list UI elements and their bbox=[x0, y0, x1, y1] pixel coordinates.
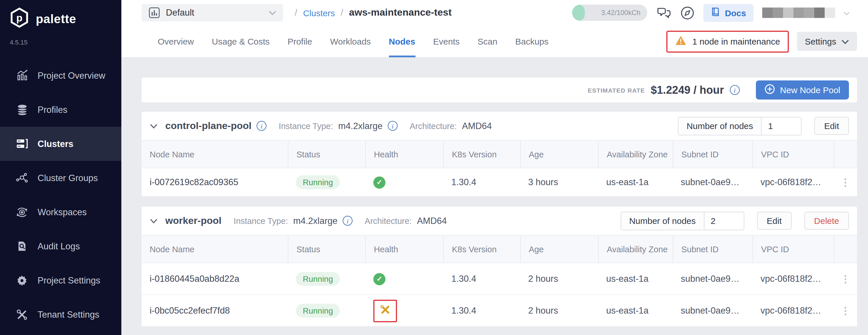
architecture-label: Architecture: bbox=[365, 216, 412, 225]
age-cell: 2 hours bbox=[520, 295, 598, 326]
tab-usage-costs[interactable]: Usage & Costs bbox=[212, 25, 270, 57]
info-icon[interactable]: i bbox=[730, 85, 740, 95]
sidebar-item-cluster-groups[interactable]: Cluster Groups bbox=[0, 161, 121, 195]
chat-icon[interactable] bbox=[656, 5, 672, 20]
number-of-nodes-value[interactable]: 1 bbox=[762, 117, 801, 135]
vpc-id-cell: vpc-06f818f2… bbox=[752, 263, 834, 295]
usage-quota-badge: 3.42/100kCh bbox=[572, 5, 648, 21]
new-node-pool-button[interactable]: New Node Pool bbox=[756, 80, 849, 100]
info-icon[interactable]: i bbox=[256, 121, 267, 131]
chevron-down-icon[interactable] bbox=[150, 121, 158, 131]
main-area: Default / Clusters / aws-maintenance-tes… bbox=[121, 0, 868, 335]
kebab-menu-icon[interactable]: ⋮ bbox=[834, 176, 857, 188]
topbar-right: 3.42/100kCh bbox=[572, 4, 849, 22]
status-cell: Running bbox=[288, 263, 365, 295]
tab-profile[interactable]: Profile bbox=[287, 25, 312, 57]
sidebar-item-profiles[interactable]: Profiles bbox=[0, 92, 121, 127]
column-header-vpc-id: VPC ID bbox=[752, 235, 834, 263]
sidebar-item-clusters[interactable]: Clusters bbox=[0, 127, 121, 161]
tab-workloads[interactable]: Workloads bbox=[330, 25, 371, 57]
sidebar-item-label: Workspaces bbox=[37, 207, 87, 217]
sidebar-item-label: Project Settings bbox=[37, 275, 100, 285]
column-header-vpc-id: VPC ID bbox=[752, 141, 834, 168]
node-pool-card-worker-pool: worker-poolInstance Type:m4.2xlargeiArch… bbox=[142, 206, 857, 326]
user-menu-chevron-icon[interactable] bbox=[844, 7, 849, 18]
nodes-page: ESTIMATED RATE $1.2249 / hour i New Node… bbox=[121, 58, 868, 335]
settings-button[interactable]: Settings bbox=[797, 32, 857, 51]
maintenance-alert-annotation: 1 node in maintenance bbox=[666, 30, 789, 52]
usage-quota-text: 3.42/100kCh bbox=[601, 5, 641, 21]
tab-events[interactable]: Events bbox=[433, 25, 460, 57]
edit-button[interactable]: Edit bbox=[757, 212, 792, 230]
app-version: 4.5.15 bbox=[0, 31, 121, 46]
sidebar-item-project-settings[interactable]: Project Settings bbox=[0, 263, 121, 298]
tools-icon bbox=[16, 308, 28, 321]
sidebar-item-workspaces[interactable]: Workspaces bbox=[0, 195, 121, 229]
tab-scan[interactable]: Scan bbox=[477, 25, 497, 57]
tabs-right-actions: 1 node in maintenance Settings bbox=[666, 30, 857, 52]
age-cell: 2 hours bbox=[520, 263, 598, 295]
sidebar-item-project-overview[interactable]: Project Overview bbox=[0, 58, 121, 92]
cluster-tabs-bar: OverviewUsage & CostsProfileWorkloadsNod… bbox=[121, 25, 868, 58]
svg-text:p: p bbox=[16, 12, 22, 23]
kebab-menu-icon[interactable]: ⋮ bbox=[834, 273, 857, 285]
instance-type-label: Instance Type: bbox=[234, 216, 288, 225]
tab-backups[interactable]: Backups bbox=[515, 25, 549, 57]
column-header-age: Age bbox=[520, 235, 598, 263]
project-selector-value: Default bbox=[166, 7, 263, 18]
instance-type-label: Instance Type: bbox=[279, 121, 333, 131]
architecture-value: AMD64 bbox=[462, 121, 492, 131]
node-pools: control-plane-pooliInstance Type:m4.2xla… bbox=[121, 112, 868, 326]
breadcrumb-current: aws-maintenance-test bbox=[349, 7, 452, 19]
k8s-version-cell: 1.30.4 bbox=[443, 263, 520, 295]
node-pool-header: control-plane-pooliInstance Type:m4.2xla… bbox=[142, 112, 857, 140]
status-cell: Running bbox=[288, 295, 365, 326]
settings-button-label: Settings bbox=[805, 36, 836, 46]
number-of-nodes-value[interactable]: 2 bbox=[705, 212, 744, 229]
column-header-actions bbox=[834, 141, 857, 168]
sidebar-item-label: Cluster Groups bbox=[37, 173, 98, 183]
compass-icon[interactable] bbox=[680, 5, 695, 20]
subnet-id-cell: subnet-0ae9… bbox=[673, 295, 752, 326]
column-header-health: Health bbox=[365, 141, 443, 168]
sidebar-item-tenant-settings[interactable]: Tenant Settings bbox=[0, 298, 121, 332]
number-of-nodes-label: Number of nodes bbox=[678, 117, 762, 135]
k8s-version-cell: 1.30.4 bbox=[443, 168, 520, 196]
warning-triangle-icon bbox=[675, 35, 686, 48]
sidebar-nav: Project OverviewProfilesClustersCluster … bbox=[0, 58, 121, 332]
app-logo[interactable]: p palette bbox=[0, 0, 121, 31]
redacted-user-block[interactable] bbox=[762, 7, 835, 18]
table-header-row: Node NameStatusHealthK8s VersionAgeAvail… bbox=[142, 140, 857, 168]
number-of-nodes-field: Number of nodes1 bbox=[678, 117, 802, 135]
breadcrumb: / Clusters / aws-maintenance-test bbox=[295, 7, 572, 19]
chevron-down-icon[interactable] bbox=[150, 216, 158, 226]
delete-button[interactable]: Delete bbox=[804, 212, 849, 230]
kebab-menu-icon[interactable]: ⋮ bbox=[834, 305, 857, 317]
breadcrumb-separator: / bbox=[295, 7, 297, 18]
edit-button[interactable]: Edit bbox=[814, 117, 849, 135]
vpc-id-cell: vpc-06f818f2… bbox=[752, 295, 834, 326]
node-pool-name: control-plane-pool bbox=[165, 120, 251, 132]
sidebar-item-label: Project Overview bbox=[37, 70, 105, 81]
table-row: i-01860445a0ab8d22aRunning✓1.30.42 hours… bbox=[142, 263, 857, 295]
app-window: p palette 4.5.15 Project OverviewProfile… bbox=[0, 0, 868, 335]
maintenance-alert-text: 1 node in maintenance bbox=[692, 36, 780, 46]
architecture-label: Architecture: bbox=[410, 121, 457, 131]
tab-nodes[interactable]: Nodes bbox=[389, 25, 415, 57]
docs-button[interactable]: Docs bbox=[704, 4, 753, 22]
health-check-icon: ✓ bbox=[373, 176, 385, 188]
tab-overview[interactable]: Overview bbox=[158, 25, 194, 57]
sidebar-item-label: Tenant Settings bbox=[37, 309, 99, 320]
project-selector[interactable]: Default bbox=[142, 4, 283, 21]
sidebar-item-label: Clusters bbox=[37, 139, 73, 149]
info-icon[interactable]: i bbox=[388, 121, 398, 131]
row-actions-cell: ⋮ bbox=[834, 168, 857, 196]
availability-zone-cell: us-east-1a bbox=[598, 263, 673, 295]
breadcrumb-link-clusters[interactable]: Clusters bbox=[303, 8, 335, 18]
node-pool-header: worker-poolInstance Type:m4.2xlargeiArch… bbox=[142, 206, 857, 235]
health-cell bbox=[365, 295, 443, 326]
info-icon[interactable]: i bbox=[343, 216, 352, 226]
status-badge: Running bbox=[296, 175, 340, 189]
sidebar-item-audit-logs[interactable]: Audit Logs bbox=[0, 229, 121, 263]
docs-button-label: Docs bbox=[725, 8, 746, 18]
